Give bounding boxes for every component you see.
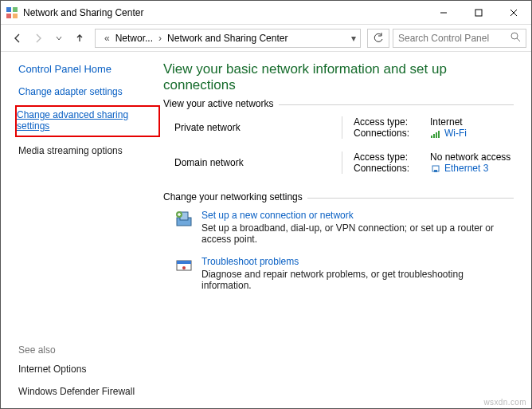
- control-panel-home-link[interactable]: Control Panel Home: [18, 63, 155, 75]
- maximize-button[interactable]: [461, 1, 496, 25]
- connections-label: Connections:: [354, 128, 416, 139]
- active-networks-legend: View your active networks: [163, 98, 279, 109]
- chevron-right-icon[interactable]: «: [102, 33, 112, 44]
- access-type-label: Access type:: [354, 151, 416, 163]
- titlebar: Network and Sharing Center: [1, 1, 531, 25]
- back-button[interactable]: [9, 29, 26, 47]
- setup-connection-item: Set up a new connection or network Set u…: [174, 210, 514, 245]
- ethernet-connection-link[interactable]: Ethernet 3: [430, 163, 488, 174]
- close-button[interactable]: [496, 1, 531, 25]
- troubleshoot-item: Troubleshoot problems Diagnose and repai…: [174, 256, 514, 291]
- access-type-label: Access type:: [354, 116, 416, 128]
- wifi-icon: [430, 128, 441, 139]
- network-entry: Domain network Access type: No network a…: [163, 147, 514, 182]
- search-input[interactable]: Search Control Panel: [393, 29, 526, 48]
- svg-rect-5: [475, 10, 482, 16]
- breadcrumb-item[interactable]: Network and Sharing Center: [167, 33, 288, 44]
- ethernet-icon: [430, 163, 441, 174]
- chevron-right-icon[interactable]: ›: [156, 33, 164, 44]
- svg-point-12: [511, 33, 518, 39]
- internet-options-link[interactable]: Internet Options: [18, 364, 155, 375]
- svg-rect-19: [434, 170, 437, 172]
- svg-rect-1: [13, 7, 18, 12]
- network-name: Private network: [174, 122, 342, 133]
- media-streaming-options-link[interactable]: Media streaming options: [18, 145, 155, 156]
- window-title: Network and Sharing Center: [23, 7, 143, 18]
- change-network-settings-group: Change your networking settings Set up a…: [163, 198, 514, 291]
- windows-defender-firewall-link[interactable]: Windows Defender Firewall: [18, 386, 155, 397]
- network-entry: Private network Access type: Internet Co…: [163, 112, 514, 147]
- see-also-header: See also: [18, 344, 155, 356]
- page-title: View your basic network information and …: [163, 61, 514, 93]
- search-placeholder: Search Control Panel: [398, 33, 489, 44]
- watermark: wsxdn.com: [483, 398, 526, 407]
- svg-point-25: [182, 266, 186, 269]
- setup-connection-desc: Set up a broadband, dial-up, or VPN conn…: [201, 222, 514, 245]
- svg-rect-15: [433, 134, 435, 138]
- up-button[interactable]: [71, 29, 88, 47]
- navigation-bar: « Networ... › Network and Sharing Center…: [1, 25, 531, 52]
- network-name: Domain network: [174, 157, 342, 168]
- change-adapter-settings-link[interactable]: Change adapter settings: [18, 86, 155, 97]
- setup-connection-icon: [174, 210, 194, 229]
- access-type-value: Internet: [430, 116, 463, 128]
- svg-rect-2: [6, 14, 11, 18]
- breadcrumb-item[interactable]: Networ...: [115, 33, 153, 44]
- network-sharing-icon: [6, 6, 18, 19]
- refresh-button[interactable]: [367, 29, 389, 48]
- forward-button[interactable]: [29, 29, 47, 47]
- troubleshoot-icon: [174, 256, 194, 275]
- svg-rect-0: [6, 7, 11, 12]
- svg-rect-3: [13, 14, 18, 18]
- minimize-button[interactable]: [426, 1, 461, 25]
- access-type-value: No network access: [430, 151, 510, 163]
- address-bar[interactable]: « Networ... › Network and Sharing Center…: [95, 29, 361, 48]
- recent-locations-button[interactable]: [50, 29, 68, 47]
- change-advanced-sharing-link[interactable]: Change advanced sharing settings: [17, 109, 128, 132]
- change-settings-legend: Change your networking settings: [163, 191, 307, 203]
- search-icon: [510, 32, 521, 45]
- highlight-annotation: Change advanced sharing settings: [15, 105, 160, 137]
- wifi-connection-link[interactable]: Wi-Fi: [430, 128, 467, 139]
- svg-rect-17: [438, 131, 440, 138]
- active-networks-group: View your active networks Private networ…: [163, 104, 514, 182]
- svg-line-13: [517, 38, 520, 41]
- sidebar: Control Panel Home Change adapter settin…: [1, 52, 160, 408]
- setup-connection-link[interactable]: Set up a new connection or network: [201, 210, 514, 221]
- svg-rect-24: [177, 261, 191, 264]
- troubleshoot-desc: Diagnose and repair network problems, or…: [201, 269, 514, 291]
- main-content: View your basic network information and …: [160, 52, 531, 408]
- window: Network and Sharing Center « Networ... ›…: [0, 0, 532, 409]
- chevron-down-icon[interactable]: ▾: [349, 33, 358, 44]
- troubleshoot-link[interactable]: Troubleshoot problems: [201, 256, 514, 267]
- svg-rect-16: [436, 132, 437, 138]
- svg-rect-14: [431, 136, 432, 138]
- connections-label: Connections:: [354, 163, 416, 174]
